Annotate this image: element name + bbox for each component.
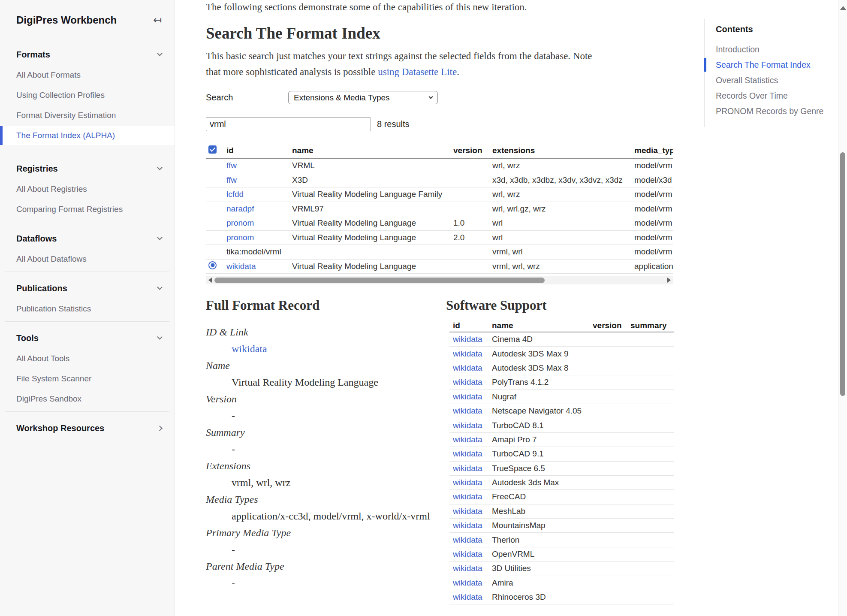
sidebar-section-header-formats[interactable]: Formats (0, 48, 175, 60)
record-field-label: Extensions (206, 458, 446, 474)
sidebar-section-header-tools[interactable]: Tools (0, 332, 175, 344)
software-name: Rhinoceros 3D (492, 592, 593, 602)
toc-item-overall-statistics[interactable]: Overall Statistics (716, 75, 831, 86)
format-id-link[interactable]: pronom (226, 233, 254, 242)
software-id-link[interactable]: wikidata (449, 592, 492, 602)
sidebar-item-all-about-registries[interactable]: All About Registries (0, 184, 175, 195)
software-row: wikidataRhinoceros 3D (449, 590, 674, 604)
sidebar-section-header-publications[interactable]: Publications (0, 282, 175, 294)
toc-item-records-over-time[interactable]: Records Over Time (716, 90, 831, 101)
software-id-link[interactable]: wikidata (449, 564, 492, 573)
sidebar-item-all-about-dataflows[interactable]: All About Dataflows (0, 254, 175, 265)
search-field-select[interactable]: Extensions & Media Types (288, 91, 438, 104)
toc-item-search-the-format-index[interactable]: Search The Format Index (716, 59, 831, 70)
software-id-link[interactable]: wikidata (449, 464, 492, 473)
scroll-right-arrow-icon[interactable] (667, 278, 671, 283)
cell-extensions: wrl, wrz (483, 161, 631, 170)
cell-media-type: application (631, 262, 673, 271)
software-name: TurboCAD 8.1 (492, 421, 593, 430)
cell-media-type: model/vrm (631, 247, 673, 257)
chevron-right-icon (157, 426, 163, 431)
sidebar-item-all-about-tools[interactable]: All About Tools (0, 353, 175, 364)
results-table-header: id name version extensions media_types (206, 143, 673, 159)
horizontal-scrollbar-thumb[interactable] (214, 278, 545, 283)
format-id-link[interactable]: ffw (226, 175, 237, 184)
software-id-link[interactable]: wikidata (449, 406, 492, 416)
table-row: ffw X3D x3d, x3db, x3dbz, x3dv, x3dvz, x… (206, 173, 673, 188)
software-name: PolyTrans 4.1.2 (492, 377, 593, 387)
chevron-down-icon (157, 51, 163, 56)
sidebar-item-publication-statistics[interactable]: Publication Statistics (0, 303, 175, 314)
software-id-link[interactable]: wikidata (449, 349, 492, 359)
selected-option-label: Extensions & Media Types (294, 93, 390, 103)
software-row: wikidataAutodesk 3DS Max 9 (449, 347, 674, 361)
software-id-link[interactable]: wikidata (449, 535, 492, 545)
sidebar-item-format-diversity-estimation[interactable]: Format Diversity Estimation (0, 110, 175, 121)
datasette-lite-link[interactable]: using Datasette Lite (378, 66, 457, 77)
software-row: wikidataOpenVRML (449, 547, 674, 562)
sidebar-item-file-system-scanner[interactable]: File System Scanner (0, 373, 175, 384)
cell-id: naradpf (223, 204, 289, 214)
cell-extensions: wrl, wrl.gz, wrz (483, 204, 631, 214)
record-field-label: Media Types (206, 491, 446, 508)
software-id-link[interactable]: wikidata (449, 478, 492, 487)
toc-item-introduction[interactable]: Introduction (716, 44, 831, 55)
sidebar-section-header-registries[interactable]: Registries (0, 163, 175, 175)
format-id-link[interactable]: pronom (226, 218, 254, 227)
sidebar-item-all-about-formats[interactable]: All About Formats (0, 69, 175, 81)
software-id-link[interactable]: wikidata (449, 521, 492, 530)
software-id-link[interactable]: wikidata (449, 507, 492, 516)
software-id-link[interactable]: wikidata (449, 421, 492, 430)
table-row-selected: wikidata Virtual Reality Modeling Langua… (206, 260, 673, 274)
sidebar-section-header-workshop-resources[interactable]: Workshop Resources (0, 422, 175, 434)
software-id-link[interactable]: wikidata (449, 435, 492, 444)
sidebar-item-comparing-format-registries[interactable]: Comparing Format Registries (0, 204, 175, 215)
cell-id-plain: tika:model/vrml (223, 247, 289, 257)
selected-row-radio[interactable] (208, 261, 217, 269)
collapse-sidebar-icon[interactable]: ↤ (153, 15, 162, 25)
format-id-link[interactable]: wikidata (226, 262, 256, 271)
software-id-link[interactable]: wikidata (449, 578, 492, 588)
scroll-up-arrow-icon[interactable] (840, 6, 846, 10)
software-id-link[interactable]: wikidata (449, 377, 492, 387)
record-field-label: Parent Media Type (206, 558, 446, 575)
section-label: Tools (16, 333, 39, 343)
toc-heading: Contents (716, 24, 831, 34)
sidebar-item-digipres-sandbox[interactable]: DigiPres Sandbox (0, 393, 175, 405)
cell-media-type: model/vrm (631, 161, 673, 170)
sidebar-section-registries: Registries All About Registries Comparin… (0, 152, 175, 222)
results-table: id name version extensions media_types f… (206, 143, 673, 274)
software-id-link[interactable]: wikidata (449, 392, 492, 402)
record-wikidata-link[interactable]: wikidata (232, 343, 267, 354)
record-field-label: Primary Media Type (206, 525, 446, 541)
record-field-value: wikidata (206, 341, 446, 357)
software-row: wikidataAutodesk 3ds Max (449, 476, 674, 490)
software-id-link[interactable]: wikidata (449, 335, 492, 344)
select-all-checkbox[interactable] (208, 145, 217, 154)
format-id-link[interactable]: ffw (226, 161, 237, 170)
toc-item-pronom-records-by-genre[interactable]: PRONOM Records by Genre (716, 106, 831, 117)
vertical-scrollbar[interactable] (838, 0, 847, 616)
scroll-left-arrow-icon[interactable] (208, 278, 212, 283)
cell-extensions: wrl (483, 233, 631, 242)
format-id-link[interactable]: naradpf (226, 204, 254, 213)
table-row: tika:model/vrml vrml, wrl model/vrm (206, 245, 673, 260)
horizontal-scrollbar[interactable] (206, 276, 673, 284)
sidebar-section-header-dataflows[interactable]: Dataflows (0, 233, 175, 245)
format-id-link[interactable]: lcfdd (226, 190, 244, 199)
full-format-record-section: Full Format Record ID & Link wikidata Na… (206, 298, 446, 604)
sidebar-item-using-collection-profiles[interactable]: Using Collection Profiles (0, 90, 175, 101)
search-input[interactable] (206, 117, 371, 131)
column-header-version: version (593, 321, 630, 330)
software-id-link[interactable]: wikidata (449, 492, 492, 501)
software-table: id name version summary wikidataCinema 4… (449, 320, 674, 604)
chevron-down-icon (157, 165, 163, 170)
vertical-scrollbar-thumb[interactable] (840, 152, 845, 396)
sidebar-section-formats: Formats All About Formats Using Collecti… (0, 38, 175, 152)
software-id-link[interactable]: wikidata (449, 550, 492, 559)
software-id-link[interactable]: wikidata (449, 363, 492, 373)
header-select-cell (206, 145, 223, 156)
search-query-row: 8 results (206, 117, 704, 131)
sidebar-item-the-format-index[interactable]: The Format Index (ALPHA) (0, 126, 175, 145)
software-id-link[interactable]: wikidata (449, 449, 492, 459)
